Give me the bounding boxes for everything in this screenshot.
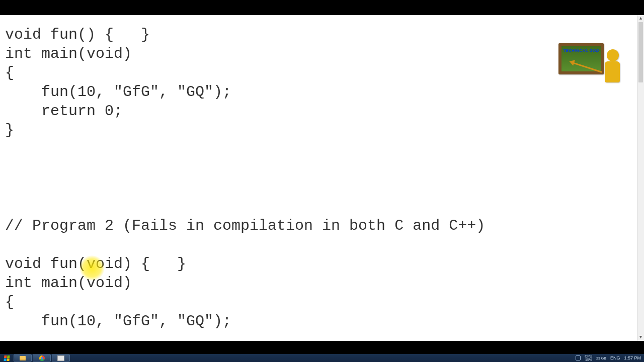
cpu-meter: CPU 15% xyxy=(585,354,592,361)
code-content[interactable]: void fun() { } int main(void) { fun(10, … xyxy=(0,15,637,331)
taskbar-browser[interactable] xyxy=(33,354,51,361)
mem-value: 23 GB xyxy=(596,356,606,360)
taskbar-file-explorer[interactable] xyxy=(14,354,32,361)
cpu-label: CPU xyxy=(585,354,592,358)
clock[interactable]: 1:57 PM xyxy=(624,356,641,360)
vertical-scrollbar[interactable]: ▲ ▼ xyxy=(637,15,644,341)
logo-label: TECHNICAL GOD xyxy=(561,48,601,53)
code-editor[interactable]: void fun() { } int main(void) { fun(10, … xyxy=(0,15,637,341)
scroll-thumb[interactable] xyxy=(638,22,643,82)
system-tray[interactable]: CPU 15% 23 GB ENG 1:57 PM xyxy=(576,354,644,361)
letterbox-top xyxy=(0,0,644,15)
taskbar[interactable]: CPU 15% 23 GB ENG 1:57 PM xyxy=(0,354,644,362)
memory-meter: 23 GB xyxy=(596,356,606,360)
windows-logo-icon xyxy=(4,355,10,361)
figure-body-icon xyxy=(605,61,620,82)
start-button[interactable] xyxy=(0,354,13,362)
tray-icon[interactable] xyxy=(576,355,581,360)
taskbar-app[interactable] xyxy=(52,354,70,361)
cpu-value: 15% xyxy=(585,358,592,361)
editor-container: void fun() { } int main(void) { fun(10, … xyxy=(0,15,644,341)
figure-head-icon xyxy=(607,49,619,61)
channel-logo: TECHNICAL GOD xyxy=(558,43,617,97)
scroll-down-arrow-icon[interactable]: ▼ xyxy=(637,334,644,341)
scroll-up-arrow-icon[interactable]: ▲ xyxy=(637,15,644,22)
clock-time: 1:57 PM xyxy=(624,356,641,360)
letterbox-bottom xyxy=(0,341,644,354)
language-indicator[interactable]: ENG xyxy=(610,355,620,360)
